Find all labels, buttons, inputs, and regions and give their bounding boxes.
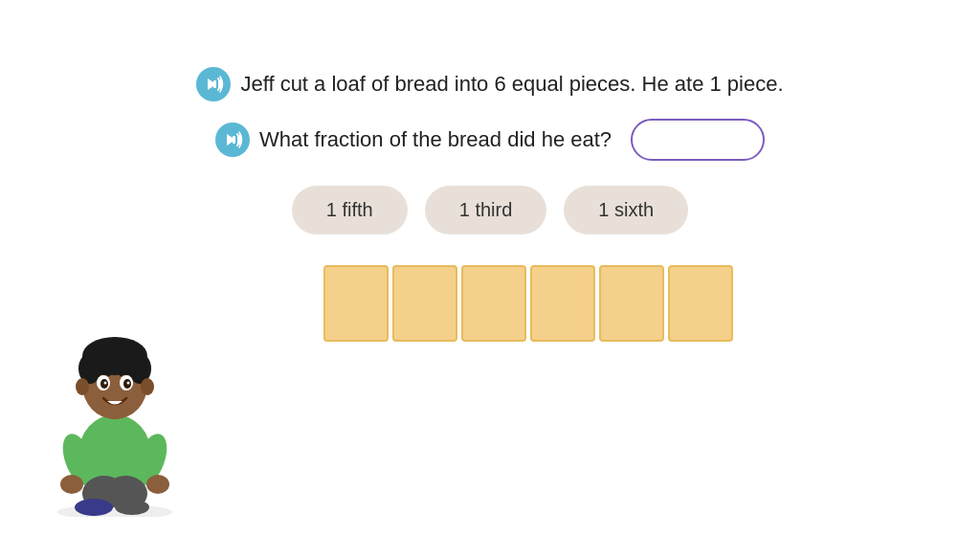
svg-point-30 xyxy=(141,378,154,395)
svg-point-28 xyxy=(127,382,130,385)
svg-point-29 xyxy=(76,378,89,395)
question1-line: Jeff cut a loaf of bread into 6 equal pi… xyxy=(196,67,783,101)
svg-point-27 xyxy=(104,382,107,385)
bread-piece-1 xyxy=(323,265,389,342)
question2-line: What fraction of the bread did he eat? xyxy=(215,119,765,161)
question1-text: Jeff cut a loaf of bread into 6 equal pi… xyxy=(240,72,783,97)
choice-sixth-button[interactable]: 1 sixth xyxy=(564,186,688,234)
bread-piece-2 xyxy=(392,265,457,342)
audio-icon-1[interactable] xyxy=(196,67,231,101)
choice-fifth-button[interactable]: 1 fifth xyxy=(292,186,408,234)
svg-point-15 xyxy=(115,500,149,515)
answer-input-box[interactable] xyxy=(631,119,765,161)
svg-point-14 xyxy=(75,499,113,516)
svg-point-21 xyxy=(91,346,110,362)
choices-row: 1 fifth 1 third 1 sixth xyxy=(292,186,688,234)
choice-third-button[interactable]: 1 third xyxy=(425,186,547,234)
bread-piece-4 xyxy=(530,265,595,342)
main-content: Jeff cut a loaf of bread into 6 equal pi… xyxy=(0,0,980,342)
audio-icon-2[interactable] xyxy=(215,123,250,157)
svg-point-22 xyxy=(120,346,139,362)
svg-rect-2 xyxy=(213,80,216,88)
character-illustration xyxy=(29,306,201,517)
svg-rect-5 xyxy=(233,136,235,144)
bread-piece-5 xyxy=(599,265,664,342)
question2-text: What fraction of the bread did he eat? xyxy=(259,127,612,152)
svg-point-9 xyxy=(60,475,83,494)
bread-grid xyxy=(323,265,733,342)
bread-piece-3 xyxy=(461,265,526,342)
bread-piece-6 xyxy=(668,265,733,342)
svg-point-11 xyxy=(146,475,169,494)
